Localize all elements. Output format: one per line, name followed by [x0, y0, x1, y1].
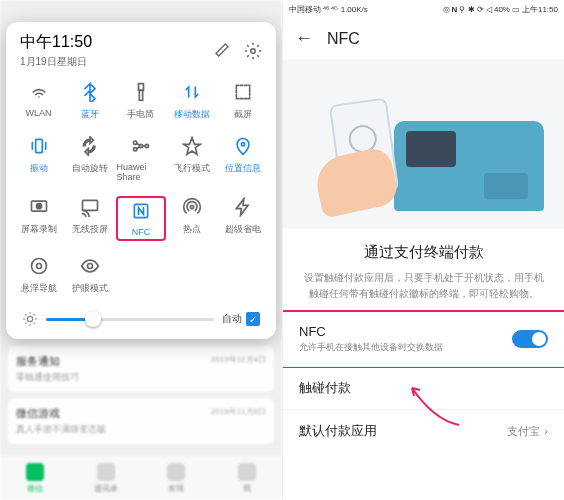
- nav-wechat[interactable]: 微信: [0, 456, 71, 500]
- tile-label: 移动数据: [174, 108, 210, 121]
- hero-title: 通过支付终端付款: [299, 243, 548, 262]
- flashlight-icon: [130, 81, 152, 103]
- tile-wireless-cast[interactable]: 无线投屏: [65, 196, 114, 241]
- nfc-illustration: [283, 59, 564, 229]
- tile-flashlight[interactable]: 手电筒: [116, 81, 165, 121]
- tile-label: 护眼模式: [72, 282, 108, 295]
- status-bar: 中国移动 ⁴⁶ ⁴ᴳ 1.00K/s ◎ N ⚲ ✱ ⟳ ◁ 40% ▭ 上午1…: [283, 0, 564, 18]
- auto-brightness-label: 自动: [222, 312, 242, 326]
- float-nav-icon: [28, 255, 50, 277]
- tile-mobile-data[interactable]: 移动数据: [168, 81, 217, 121]
- tile-nfc[interactable]: NFC: [116, 196, 165, 241]
- power-save-icon: [232, 196, 254, 218]
- svg-point-0: [251, 48, 256, 53]
- tile-label: 截屏: [234, 108, 252, 121]
- tile-label: NFC: [132, 227, 151, 237]
- bluetooth-icon: [79, 81, 101, 103]
- tile-label: 手电筒: [127, 108, 154, 121]
- nav-discover[interactable]: 发现: [141, 456, 212, 500]
- panel-date: 1月19日星期日: [20, 55, 92, 69]
- hotspot-icon: [181, 196, 203, 218]
- nfc-toggle-sub: 允许手机在接触其他设备时交换数据: [299, 341, 443, 354]
- mobile-data-icon: [181, 81, 203, 103]
- notification-card[interactable]: 2019年12月4日 服务通知 零钱通使用技巧: [8, 346, 274, 392]
- back-icon[interactable]: ←: [295, 28, 313, 49]
- airplane-icon: [181, 135, 203, 157]
- auto-brightness-checkbox[interactable]: ✓: [246, 312, 260, 326]
- default-app-row[interactable]: 默认付款应用 支付宝›: [283, 409, 564, 452]
- page-header: ← NFC: [283, 18, 564, 59]
- nfc-toggle-title: NFC: [299, 324, 443, 339]
- svg-point-18: [27, 316, 32, 321]
- huawei-share-icon: [130, 135, 152, 157]
- location-icon: [232, 135, 254, 157]
- tile-label: 飞行模式: [174, 162, 210, 175]
- tile-airplane[interactable]: 飞行模式: [168, 135, 217, 182]
- tile-hotspot[interactable]: 热点: [168, 196, 217, 241]
- svg-rect-4: [35, 139, 42, 152]
- hero-desc: 设置触碰付款应用后，只要手机处于开机状态，用手机触碰任何带有触碰付款徽标的终端，…: [299, 270, 548, 302]
- notification-card[interactable]: 2019年11月8日 微信游戏 真人手游不满级变态版: [8, 398, 274, 444]
- chevron-right-icon: ›: [544, 425, 548, 437]
- tap-pay-row[interactable]: 触碰付款: [283, 366, 564, 409]
- quick-settings-phone: 2019年12月4日 服务通知 零钱通使用技巧 2019年11月8日 微信游戏 …: [0, 0, 282, 500]
- svg-point-14: [191, 205, 194, 208]
- tiles-grid: WLAN蓝牙手电筒移动数据截屏振动自动旋转Huawei Share飞行模式位置信…: [14, 81, 268, 295]
- screen-record-icon: [28, 196, 50, 218]
- tile-wlan[interactable]: WLAN: [14, 81, 63, 121]
- nfc-switch[interactable]: [512, 330, 548, 348]
- tile-label: WLAN: [26, 108, 52, 118]
- svg-point-15: [31, 259, 46, 274]
- vibrate-icon: [28, 135, 50, 157]
- tile-bluetooth[interactable]: 蓝牙: [65, 81, 114, 121]
- tile-label: 超级省电: [225, 223, 261, 236]
- nav-me[interactable]: 我: [212, 456, 283, 500]
- tile-auto-rotate[interactable]: 自动旋转: [65, 135, 114, 182]
- tile-screenshot[interactable]: 截屏: [219, 81, 268, 121]
- tile-label: 屏幕录制: [21, 223, 57, 236]
- bottom-nav: 微信 通讯录 发现 我: [0, 456, 282, 500]
- svg-rect-12: [82, 200, 97, 210]
- edit-icon[interactable]: [214, 42, 230, 60]
- svg-point-16: [36, 264, 41, 269]
- tile-label: 热点: [183, 223, 201, 236]
- gear-icon[interactable]: [244, 42, 262, 60]
- tile-location[interactable]: 位置信息: [219, 135, 268, 182]
- svg-rect-3: [237, 85, 250, 98]
- nfc-toggle-row[interactable]: NFC 允许手机在接触其他设备时交换数据: [282, 310, 564, 368]
- eye-comfort-icon: [79, 255, 101, 277]
- panel-time: 中午11:50: [20, 32, 92, 53]
- tile-eye-comfort[interactable]: 护眼模式: [65, 255, 114, 295]
- tile-vibrate[interactable]: 振动: [14, 135, 63, 182]
- tile-label: 无线投屏: [72, 223, 108, 236]
- wlan-icon: [28, 81, 50, 103]
- svg-point-11: [36, 204, 41, 209]
- tile-label: Huawei Share: [116, 162, 165, 182]
- tile-label: 蓝牙: [81, 108, 99, 121]
- quick-settings-panel: 中午11:50 1月19日星期日 WLAN蓝牙手电筒移动数据截屏振动自动旋转Hu…: [6, 22, 276, 339]
- svg-point-17: [87, 264, 92, 269]
- tile-float-nav[interactable]: 悬浮导航: [14, 255, 63, 295]
- tile-label: 悬浮导航: [21, 282, 57, 295]
- brightness-row: 自动 ✓: [14, 311, 268, 327]
- page-title: NFC: [327, 30, 360, 48]
- nav-contacts[interactable]: 通讯录: [71, 456, 142, 500]
- nfc-settings-phone: 中国移动 ⁴⁶ ⁴ᴳ 1.00K/s ◎ N ⚲ ✱ ⟳ ◁ 40% ▭ 上午1…: [282, 0, 564, 500]
- nfc-icon: [130, 200, 152, 222]
- svg-rect-2: [139, 90, 142, 100]
- tile-label: 振动: [30, 162, 48, 175]
- svg-point-9: [242, 143, 245, 146]
- screenshot-icon: [232, 81, 254, 103]
- brightness-icon: [22, 311, 38, 327]
- tile-label: 位置信息: [225, 162, 261, 175]
- tile-power-save[interactable]: 超级省电: [219, 196, 268, 241]
- wireless-cast-icon: [79, 196, 101, 218]
- tile-label: 自动旋转: [72, 162, 108, 175]
- auto-rotate-icon: [79, 135, 101, 157]
- tile-screen-record[interactable]: 屏幕录制: [14, 196, 63, 241]
- brightness-slider[interactable]: [46, 318, 214, 321]
- svg-rect-1: [138, 84, 143, 91]
- tile-huawei-share[interactable]: Huawei Share: [116, 135, 165, 182]
